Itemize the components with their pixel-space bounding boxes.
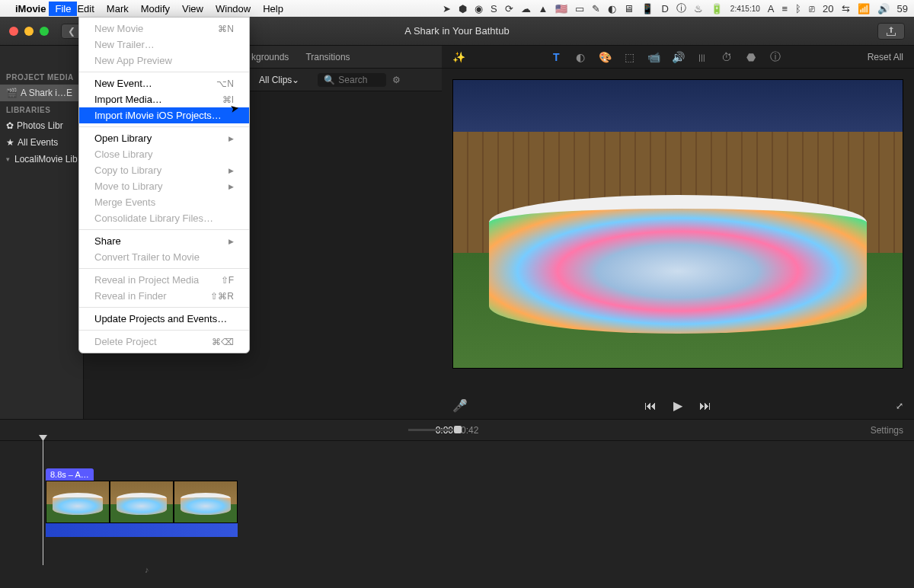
mi-open-library[interactable]: Open Library: [79, 130, 249, 146]
menu-help[interactable]: Help: [263, 3, 283, 14]
flame-icon[interactable]: ♨: [694, 3, 703, 14]
clip-thumb[interactable]: [174, 481, 238, 523]
menu-window[interactable]: Window: [216, 3, 251, 14]
search-input[interactable]: 🔍 Search: [318, 73, 386, 87]
clips-filter[interactable]: All Clips ⌄: [259, 75, 299, 85]
audio-track-stub[interactable]: ♪: [145, 565, 149, 574]
mi-new-movie[interactable]: New Movie⌘N: [79, 21, 249, 37]
clip-label: 8.8s – A…: [46, 468, 94, 481]
next-button[interactable]: ⏭: [699, 399, 711, 413]
mic-icon[interactable]: 🎤: [452, 398, 468, 413]
evernote-icon[interactable]: ✎: [592, 3, 600, 14]
clock[interactable]: 2:415:10: [730, 5, 760, 12]
sidebar-allevents[interactable]: ★ All Events: [0, 134, 83, 151]
d-icon[interactable]: D: [661, 3, 668, 14]
gear-icon[interactable]: ⚙: [392, 75, 401, 85]
share-button[interactable]: [877, 23, 905, 40]
display-icon[interactable]: ▭: [575, 3, 584, 14]
sidebar-photos[interactable]: ✿ Photos Libr: [0, 117, 83, 134]
mi-close-library[interactable]: Close Library: [79, 146, 249, 162]
screen-icon[interactable]: ⎚: [809, 3, 815, 14]
playback-controls: 🎤 ⏮ ▶ ⏭ ⤢: [442, 398, 914, 413]
bt-icon[interactable]: ᛒ: [795, 3, 801, 14]
mi-share[interactable]: Share: [79, 233, 249, 249]
crop-icon[interactable]: ⬚: [623, 51, 635, 63]
audio-waveform[interactable]: [46, 523, 238, 537]
bars-icon[interactable]: ≡: [781, 3, 788, 14]
mi-merge-events[interactable]: Merge Events: [79, 194, 249, 210]
filter-icon[interactable]: ⬣: [745, 51, 757, 63]
cloud-icon[interactable]: ☁: [521, 3, 531, 14]
clip-thumb[interactable]: [46, 481, 110, 523]
menubar-status-area: ➤ ⬢ ◉ S ⟳ ☁ ▲ 🇺🇸 ▭ ✎ ◐ 🖥 📱 D ⓘ ♨ 🔋 2:415…: [443, 2, 908, 15]
mi-reveal-finder[interactable]: Reveal in Finder⇧⌘R: [79, 288, 249, 304]
mi-new-event[interactable]: New Event…⌥N: [79, 75, 249, 91]
sidebar-local[interactable]: LocaliMovie Lib: [0, 151, 83, 168]
mi-delete-project[interactable]: Delete Project⌘⌫: [79, 334, 249, 350]
traffic-close[interactable]: [9, 27, 18, 36]
s-icon[interactable]: S: [491, 3, 497, 14]
audio-icon[interactable]: 🔊: [672, 51, 684, 63]
mi-import-ios[interactable]: Import iMovie iOS Projects…: [79, 107, 249, 123]
timeline: 0:00 / 0:42 Settings 8.8s – A… ♪: [0, 419, 914, 588]
preview-toolbar: ✨ T ◐ 🎨 ⬚ 📹 🔊 ⫼ ⏱ ⬣ ⓘ Reset All: [442, 46, 914, 69]
wifi-icon[interactable]: 📶: [858, 3, 870, 14]
reset-all[interactable]: Reset All: [868, 52, 903, 62]
mi-copy-library[interactable]: Copy to Library: [79, 162, 249, 178]
sidebar-project[interactable]: 🎬 A Shark i…E: [0, 85, 83, 101]
menu-modify[interactable]: Modify: [141, 3, 170, 14]
phone-icon[interactable]: 📱: [641, 3, 654, 14]
mi-new-trailer[interactable]: New Trailer…: [79, 37, 249, 53]
circle-icon[interactable]: ◐: [608, 3, 616, 14]
monitor-icon[interactable]: 🖥: [624, 3, 634, 14]
tab-transitions[interactable]: Transitions: [305, 52, 350, 62]
info2-icon[interactable]: ⓘ: [769, 50, 781, 64]
play-button[interactable]: ▶: [673, 398, 682, 413]
mi-new-app-preview[interactable]: New App Preview: [79, 53, 249, 69]
mi-move-library[interactable]: Move to Library: [79, 178, 249, 194]
zoom-slider[interactable]: [408, 429, 462, 431]
menu-edit[interactable]: Edit: [77, 3, 94, 14]
traffic-max[interactable]: [40, 27, 49, 36]
palette-icon[interactable]: 🎨: [599, 51, 611, 63]
stabilize-icon[interactable]: 📹: [647, 51, 660, 63]
mi-reveal-project[interactable]: Reveal in Project Media⇧F: [79, 272, 249, 288]
sync-icon[interactable]: ⟳: [505, 3, 513, 14]
tab-backgrounds[interactable]: kgrounds: [251, 52, 289, 62]
battery-pct[interactable]: 59: [897, 3, 908, 14]
video-preview[interactable]: [452, 79, 903, 369]
wand-icon[interactable]: ✨: [452, 51, 465, 63]
sidebar: PROJECT MEDIA 🎬 A Shark i…E LIBRARIES ✿ …: [0, 46, 84, 419]
fullscreen-icon[interactable]: ⤢: [896, 401, 903, 411]
app-name[interactable]: iMovie: [15, 3, 46, 14]
menu-file[interactable]: File: [49, 2, 77, 16]
prev-button[interactable]: ⏮: [644, 399, 657, 413]
flag-icon[interactable]: 🇺🇸: [555, 3, 567, 14]
menu-mark[interactable]: Mark: [107, 3, 129, 14]
mi-consolidate[interactable]: Consolidate Library Files…: [79, 210, 249, 226]
battery-icon[interactable]: 🔋: [711, 3, 723, 14]
dropbox-icon[interactable]: ⬢: [459, 3, 467, 14]
a-icon[interactable]: A: [768, 3, 775, 14]
mi-convert-trailer[interactable]: Convert Trailer to Movie: [79, 249, 249, 265]
speed-icon[interactable]: ⏱: [721, 51, 733, 63]
titles-icon[interactable]: T: [550, 51, 562, 63]
mi-update-projects[interactable]: Update Projects and Events…: [79, 311, 249, 327]
info-icon[interactable]: ⓘ: [676, 2, 686, 15]
cc-icon[interactable]: ◉: [475, 3, 483, 14]
mac-menubar: iMovie File Edit Mark Modify View Window…: [0, 0, 914, 17]
video-track[interactable]: 8.8s – A…: [0, 441, 914, 537]
clip-thumb[interactable]: [110, 481, 174, 523]
timeline-settings[interactable]: Settings: [871, 425, 903, 436]
traffic-min[interactable]: [24, 27, 34, 36]
date-icon[interactable]: 20: [823, 3, 833, 14]
balance-icon[interactable]: ◐: [574, 51, 586, 63]
eq-icon[interactable]: ⫼: [696, 51, 708, 63]
sync2-icon[interactable]: ⇆: [842, 3, 850, 14]
location-icon[interactable]: ➤: [443, 3, 451, 14]
up-icon[interactable]: ▲: [538, 3, 548, 14]
mi-import-media[interactable]: Import Media…⌘I: [79, 91, 249, 107]
playhead[interactable]: [43, 439, 43, 565]
volume-icon[interactable]: 🔊: [877, 3, 890, 14]
menu-view[interactable]: View: [182, 3, 203, 14]
